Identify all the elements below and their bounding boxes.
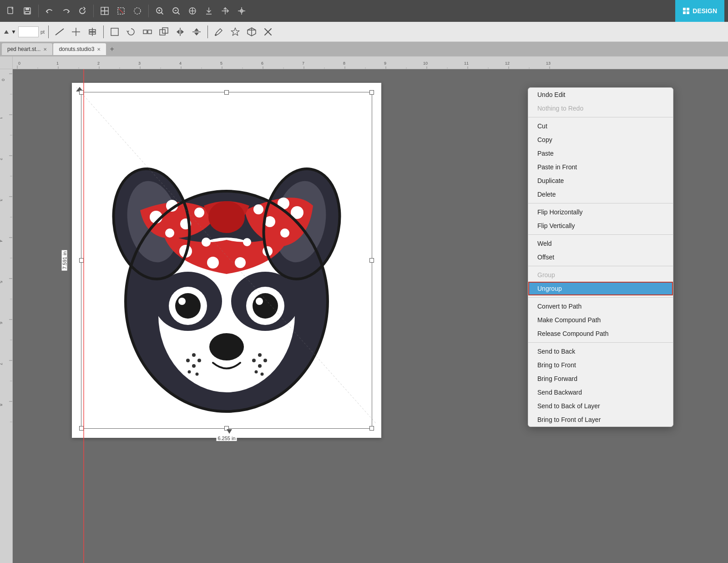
rulers-canvas-area: 0 1 2 3 4 5 6 7 8 xyxy=(0,56,728,563)
menu-paste[interactable]: Paste xyxy=(528,147,673,160)
menu-weld[interactable]: Weld xyxy=(528,237,673,250)
svg-text:8: 8 xyxy=(0,404,3,406)
menu-cut[interactable]: Cut xyxy=(528,119,673,133)
save-btn[interactable] xyxy=(20,4,35,18)
delete-btn[interactable] xyxy=(261,25,275,39)
menu-delete[interactable]: Delete xyxy=(528,188,673,201)
ruler-corner xyxy=(0,56,13,69)
menu-flip-h[interactable]: Flip Horizontally xyxy=(528,205,673,219)
menu-make-compound[interactable]: Make Compound Path xyxy=(528,313,673,327)
svg-marker-44 xyxy=(181,30,184,34)
menu-duplicate[interactable]: Duplicate xyxy=(528,174,673,188)
handle-mr[interactable] xyxy=(369,258,374,263)
svg-text:10: 10 xyxy=(423,61,428,66)
handle-br[interactable] xyxy=(369,426,374,431)
menu-paste-in-front[interactable]: Paste in Front xyxy=(528,160,673,174)
svg-text:7: 7 xyxy=(302,61,304,66)
svg-rect-27 xyxy=(683,11,686,14)
svg-rect-7 xyxy=(105,11,108,15)
stroke-dropdown-arrow[interactable]: ▼ xyxy=(11,29,16,35)
design-button[interactable]: DESIGN xyxy=(675,0,724,22)
menu-sep-3 xyxy=(528,234,673,235)
rect-tool-btn[interactable] xyxy=(107,25,122,39)
menu-sep-5 xyxy=(528,297,673,298)
star-btn[interactable] xyxy=(228,25,243,39)
menu-nothing-redo: Nothing to Redo xyxy=(528,101,673,115)
menu-sep-4 xyxy=(528,266,673,266)
tab-0-close[interactable]: ✕ xyxy=(43,47,47,52)
svg-point-48 xyxy=(215,34,217,36)
separator-2 xyxy=(93,5,94,17)
rotate-tool-btn[interactable] xyxy=(124,25,138,39)
svg-rect-3 xyxy=(25,11,30,14)
svg-line-17 xyxy=(178,13,180,15)
menu-undo-edit[interactable]: Undo Edit xyxy=(528,88,673,101)
dimension-width: ← 6.255 in → xyxy=(209,436,243,441)
svg-rect-25 xyxy=(683,8,686,10)
crosshair-btn[interactable] xyxy=(234,4,249,18)
svg-rect-2 xyxy=(25,8,29,10)
svg-text:3: 3 xyxy=(0,199,3,201)
flip-tool-btn[interactable] xyxy=(189,25,204,39)
duplicate-tool-btn[interactable] xyxy=(157,25,171,39)
redo-btn[interactable] xyxy=(59,4,73,18)
handle-tr[interactable] xyxy=(369,90,374,95)
sep-t2-2 xyxy=(103,25,104,38)
zoom-fit-btn[interactable] xyxy=(185,4,200,18)
stroke-weight-input[interactable]: 1.00 xyxy=(18,26,39,37)
pan-btn[interactable] xyxy=(218,4,233,18)
menu-bring-front-layer[interactable]: Bring to Front of Layer xyxy=(528,413,673,426)
group-tool-btn[interactable] xyxy=(140,25,155,39)
deselect-btn[interactable] xyxy=(114,4,128,18)
selection-box: ← 6.255 in → 7.591 in xyxy=(81,92,372,429)
menu-offset[interactable]: Offset xyxy=(528,250,673,264)
svg-text:1: 1 xyxy=(56,61,59,66)
tab-1[interactable]: donuts.studio3 ✕ xyxy=(53,43,106,55)
undo-btn[interactable] xyxy=(42,4,57,18)
menu-bring-forward[interactable]: Bring Forward xyxy=(528,372,673,385)
handle-tc[interactable] xyxy=(224,90,229,95)
ruler-h-svg: 0 1 2 3 4 5 6 7 8 xyxy=(13,56,728,69)
marquee-btn[interactable] xyxy=(130,4,145,18)
paint-btn[interactable] xyxy=(212,25,226,39)
svg-text:7: 7 xyxy=(0,363,3,365)
menu-convert-path[interactable]: Convert to Path xyxy=(528,299,673,313)
svg-rect-6 xyxy=(101,11,105,15)
crosshair-tool-btn[interactable] xyxy=(69,25,83,39)
line-tool-btn[interactable] xyxy=(52,25,67,39)
svg-text:13: 13 xyxy=(546,61,551,66)
zoom-out-btn[interactable] xyxy=(169,4,183,18)
mirror-tool-btn[interactable] xyxy=(173,25,187,39)
context-menu: Undo Edit Nothing to Redo Cut Copy Paste… xyxy=(528,87,673,427)
menu-release-compound[interactable]: Release Compound Path xyxy=(528,327,673,340)
tab-0[interactable]: ped heart.st... ✕ xyxy=(2,43,52,55)
cube-btn[interactable] xyxy=(244,25,259,39)
tab-1-close[interactable]: ✕ xyxy=(97,47,101,52)
svg-text:4: 4 xyxy=(0,240,3,242)
svg-marker-49 xyxy=(231,28,239,36)
zoom-in-btn[interactable] xyxy=(152,4,167,18)
menu-send-back-layer[interactable]: Send to Back of Layer xyxy=(528,399,673,413)
refresh-btn[interactable] xyxy=(75,4,90,18)
select-all-btn[interactable] xyxy=(97,4,112,18)
menu-send-backward[interactable]: Send Backward xyxy=(528,385,673,399)
sep-t2-1 xyxy=(48,25,49,38)
menu-copy[interactable]: Copy xyxy=(528,133,673,147)
zoom-download-btn[interactable] xyxy=(202,4,216,18)
canvas-area[interactable]: ← 6.255 in → 7.591 in Undo Edit Nothing … xyxy=(13,69,728,563)
menu-send-back[interactable]: Send to Back xyxy=(528,345,673,358)
svg-rect-36 xyxy=(111,28,118,36)
tab-1-label: donuts.studio3 xyxy=(59,46,94,52)
new-tab-button[interactable]: + xyxy=(107,45,116,53)
menu-bring-front[interactable]: Bring to Front xyxy=(528,358,673,372)
svg-text:0: 0 xyxy=(1,79,5,81)
align-h-btn[interactable] xyxy=(85,25,100,39)
menu-ungroup[interactable]: Ungroup xyxy=(528,282,673,295)
svg-text:8: 8 xyxy=(343,61,345,66)
menu-sep-6 xyxy=(528,342,673,343)
menu-flip-v[interactable]: Flip Vertically xyxy=(528,219,673,233)
new-file-btn[interactable] xyxy=(4,4,18,18)
stroke-unit-label: pt xyxy=(40,29,45,35)
canvas-with-vruler: 0 1 2 3 4 5 6 7 8 xyxy=(0,69,728,563)
ruler-v-svg: 0 1 2 3 4 5 6 7 8 xyxy=(0,69,13,563)
